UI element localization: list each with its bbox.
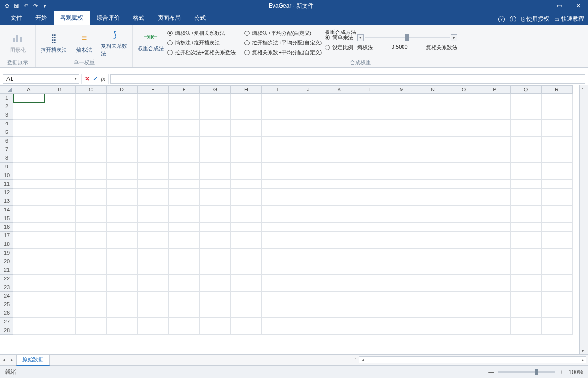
- cell[interactable]: [293, 180, 324, 189]
- tab-layout[interactable]: 页面布局: [151, 11, 187, 25]
- cell[interactable]: [200, 180, 231, 189]
- cell[interactable]: [13, 197, 44, 206]
- vertical-scrollbar[interactable]: [579, 85, 588, 354]
- cell[interactable]: [293, 94, 324, 102]
- cell[interactable]: [293, 102, 324, 111]
- row-header[interactable]: 27: [0, 318, 13, 326]
- cell[interactable]: [44, 171, 76, 180]
- cell[interactable]: [511, 232, 542, 240]
- cell[interactable]: [542, 249, 573, 257]
- cell[interactable]: [169, 94, 200, 102]
- cell[interactable]: [200, 163, 231, 171]
- col-header[interactable]: L: [355, 85, 386, 94]
- radio-entropy-corr[interactable]: 熵权法+复相关系数法: [167, 30, 236, 37]
- cell[interactable]: [107, 94, 138, 102]
- cell[interactable]: [76, 283, 107, 292]
- cell[interactable]: [76, 120, 107, 128]
- cell[interactable]: [231, 292, 262, 300]
- cell[interactable]: [324, 214, 355, 223]
- cell[interactable]: [417, 102, 448, 111]
- cell[interactable]: [44, 145, 76, 154]
- cell[interactable]: [386, 240, 417, 249]
- sheet-nav-next[interactable]: ▸: [8, 357, 16, 362]
- cell[interactable]: [262, 309, 293, 318]
- cell[interactable]: [324, 240, 355, 249]
- cell[interactable]: [511, 257, 542, 266]
- cell[interactable]: [293, 309, 324, 318]
- cell[interactable]: [262, 102, 293, 111]
- cell[interactable]: [138, 197, 169, 206]
- cell[interactable]: [200, 283, 231, 292]
- cell[interactable]: [324, 111, 355, 120]
- cell[interactable]: [231, 223, 262, 232]
- cell[interactable]: [355, 292, 386, 300]
- cell[interactable]: [262, 257, 293, 266]
- cell[interactable]: [386, 283, 417, 292]
- cell[interactable]: [169, 163, 200, 171]
- cell[interactable]: [231, 206, 262, 214]
- cell[interactable]: [417, 292, 448, 300]
- cell[interactable]: [355, 283, 386, 292]
- cell[interactable]: [262, 240, 293, 249]
- cell[interactable]: [293, 145, 324, 154]
- cell[interactable]: [200, 214, 231, 223]
- cell[interactable]: [76, 223, 107, 232]
- radio-entropy-spread[interactable]: 熵权法+拉开档次法: [167, 39, 236, 46]
- cell[interactable]: [262, 128, 293, 137]
- cell[interactable]: [13, 232, 44, 240]
- cell[interactable]: [417, 128, 448, 137]
- cell[interactable]: [511, 189, 542, 197]
- cell[interactable]: [44, 180, 76, 189]
- cell[interactable]: [542, 171, 573, 180]
- maximize-button[interactable]: ▭: [550, 0, 569, 11]
- cell[interactable]: [107, 206, 138, 214]
- cell[interactable]: [511, 309, 542, 318]
- cell[interactable]: [293, 249, 324, 257]
- cell[interactable]: [44, 326, 76, 335]
- col-header[interactable]: E: [138, 85, 169, 94]
- cell[interactable]: [511, 180, 542, 189]
- cell[interactable]: [386, 102, 417, 111]
- cell[interactable]: [76, 163, 107, 171]
- cell[interactable]: [231, 240, 262, 249]
- cell[interactable]: [293, 120, 324, 128]
- cell[interactable]: [13, 154, 44, 163]
- cell[interactable]: [511, 145, 542, 154]
- cell[interactable]: [107, 163, 138, 171]
- cell[interactable]: [542, 300, 573, 309]
- cell[interactable]: [324, 326, 355, 335]
- cell[interactable]: [76, 137, 107, 145]
- cell[interactable]: [200, 120, 231, 128]
- cell[interactable]: [44, 197, 76, 206]
- cell[interactable]: [13, 266, 44, 275]
- entropy-button[interactable]: ≡熵权法: [70, 28, 98, 57]
- cell[interactable]: [262, 300, 293, 309]
- correlation-button[interactable]: ⟆复相关系数法: [101, 28, 129, 57]
- cell[interactable]: [107, 223, 138, 232]
- cell[interactable]: [13, 163, 44, 171]
- radio-entropy-avg[interactable]: 熵权法+平均分配(自定义): [244, 30, 322, 37]
- cell[interactable]: [511, 240, 542, 249]
- cell[interactable]: [13, 240, 44, 249]
- cell[interactable]: [417, 257, 448, 266]
- cell[interactable]: [448, 102, 479, 111]
- cell[interactable]: [169, 300, 200, 309]
- cell[interactable]: [417, 189, 448, 197]
- cell[interactable]: [448, 180, 479, 189]
- cell[interactable]: [293, 326, 324, 335]
- cell[interactable]: [138, 266, 169, 275]
- cell[interactable]: [448, 163, 479, 171]
- cell[interactable]: [448, 240, 479, 249]
- row-header[interactable]: 20: [0, 257, 13, 266]
- cell[interactable]: [44, 102, 76, 111]
- cell[interactable]: [324, 309, 355, 318]
- cell[interactable]: [169, 275, 200, 283]
- cell[interactable]: [293, 111, 324, 120]
- cell[interactable]: [169, 180, 200, 189]
- cell[interactable]: [324, 292, 355, 300]
- cell[interactable]: [511, 275, 542, 283]
- cell[interactable]: [324, 102, 355, 111]
- cell[interactable]: [44, 283, 76, 292]
- cell[interactable]: [386, 189, 417, 197]
- cell[interactable]: [479, 163, 511, 171]
